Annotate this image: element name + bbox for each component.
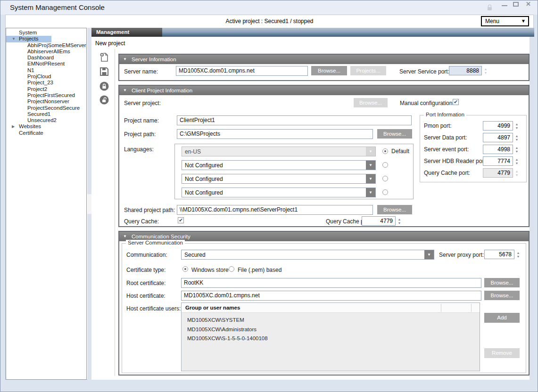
tree-item-system[interactable]: System bbox=[6, 30, 86, 36]
port-spin-arrows[interactable]: ▲▼ bbox=[514, 145, 520, 154]
tree-scrollbar[interactable] bbox=[87, 28, 91, 380]
tab-management[interactable]: Management bbox=[91, 28, 162, 37]
project-name-input[interactable]: ClientProject1 bbox=[177, 115, 412, 125]
language-select[interactable]: Not Configured▼ bbox=[182, 174, 376, 184]
chevron-down-icon[interactable]: ▼ bbox=[366, 188, 375, 197]
certificate-user-row[interactable]: MD1005XCW\Administrators bbox=[187, 327, 257, 332]
section-header-server-information[interactable]: ▼ Server Information bbox=[119, 55, 529, 64]
certificate-user-row[interactable]: MD1005XCW\SYSTEM bbox=[187, 317, 244, 323]
section-header-client-project[interactable]: ▼ Client Project Information bbox=[119, 86, 529, 95]
menu-label: Menu bbox=[485, 18, 499, 24]
file-pem-radio[interactable] bbox=[229, 266, 234, 272]
service-port-spinner[interactable]: 8888 bbox=[449, 66, 482, 75]
unlock-icon[interactable] bbox=[99, 95, 109, 105]
add-user-button[interactable]: Add bbox=[484, 313, 520, 323]
port-spinner[interactable]: 4999 bbox=[483, 121, 513, 131]
project-path-browse-button[interactable]: Browse... bbox=[377, 129, 412, 139]
main-scrollbar[interactable] bbox=[530, 37, 534, 380]
column-divider[interactable] bbox=[471, 304, 472, 312]
windows-store-radio[interactable] bbox=[182, 266, 188, 272]
port-spin-arrows[interactable]: ▲▼ bbox=[514, 133, 520, 142]
tree-item-label: Certificate bbox=[19, 130, 43, 136]
communication-label: Communication: bbox=[126, 252, 167, 258]
shared-project-path-input[interactable]: \\MD1005XC.dom01.cmpns.net\ServerProject… bbox=[177, 205, 373, 215]
tree-item-projcloud[interactable]: ProjCloud bbox=[6, 74, 86, 80]
port-spinner[interactable]: 7774 bbox=[483, 156, 513, 166]
tree-item-emnotpresent[interactable]: EMNotPResent bbox=[6, 61, 86, 67]
port-label: Server HDB Reader port: bbox=[424, 158, 487, 164]
language-default-radio[interactable] bbox=[382, 176, 388, 181]
tree-item-label: Project_23 bbox=[27, 80, 53, 85]
port-spinner[interactable]: 4897 bbox=[483, 133, 513, 142]
language-select[interactable]: Not Configured▼ bbox=[182, 188, 376, 197]
server-proxy-port-spinner[interactable]: 5678 bbox=[484, 250, 514, 259]
tree-item-project_23[interactable]: Project_23 bbox=[6, 80, 86, 86]
certificate-user-row[interactable]: MD1005XCW\S-1-5-5-0-1400108 bbox=[187, 335, 268, 341]
port-label: Server Data port: bbox=[424, 134, 467, 141]
query-cache-checkbox[interactable] bbox=[178, 217, 184, 223]
tree-item-certificate[interactable]: Certificate bbox=[6, 130, 86, 136]
collapse-icon[interactable]: ▼ bbox=[12, 36, 18, 42]
server-name-input[interactable]: MD1005XC.dom01.cmpns.net bbox=[176, 66, 308, 76]
tree-item-secured1[interactable]: Secured1 bbox=[6, 111, 86, 117]
tree-item-projectfirstsecured[interactable]: ProjectFirstSecured bbox=[6, 92, 86, 98]
server-communication-group: Server Communication Communication: Secu… bbox=[122, 243, 526, 373]
users-list-header: Group or user names bbox=[182, 303, 480, 313]
maximize-icon[interactable] bbox=[513, 2, 519, 7]
project-path-input[interactable]: C:\GMSProjects bbox=[177, 129, 373, 139]
tree-item-abhiprojsomeemserver[interactable]: AbhiProjSomeEMServer bbox=[6, 42, 86, 49]
expand-icon[interactable]: ▶ bbox=[12, 123, 18, 130]
tree-item-label: ProjectNonserver bbox=[27, 98, 69, 104]
windows-store-label: Windows store bbox=[191, 267, 229, 273]
language-row: Not Configured▼ bbox=[175, 188, 413, 197]
tree-item-projects[interactable]: ▼Projects bbox=[6, 36, 51, 42]
save-icon[interactable] bbox=[99, 66, 109, 77]
host-certificate-browse-button[interactable]: Browse... bbox=[484, 291, 520, 300]
tree-item-projectnonserver[interactable]: ProjectNonserver bbox=[6, 98, 86, 105]
tree-item-projectsecondsecure[interactable]: ProjectSecondSecure bbox=[6, 105, 86, 111]
tree-item-project2[interactable]: Project2 bbox=[6, 86, 86, 92]
tree-item-label: Projects bbox=[19, 36, 39, 41]
language-select-value: en-US bbox=[185, 148, 201, 155]
query-cache-port-spin-arrows[interactable]: ▲▼ bbox=[397, 216, 402, 226]
tree-item-dashboard[interactable]: Dashboard bbox=[6, 55, 86, 61]
port-spin-arrows[interactable]: ▲▼ bbox=[514, 121, 520, 131]
new-project-label: New project bbox=[95, 40, 125, 47]
query-cache-port-spinner[interactable]: 4779 bbox=[362, 216, 396, 226]
tree-item-abhiserverallems[interactable]: AbhiserverAllEms bbox=[6, 49, 86, 55]
port-spinner[interactable]: 4998 bbox=[483, 145, 513, 154]
root-certificate-input[interactable]: RootKK bbox=[181, 278, 481, 288]
close-icon[interactable]: ✕ bbox=[526, 0, 531, 8]
shared-path-browse-button[interactable]: Browse... bbox=[377, 205, 412, 214]
tree-item-websites[interactable]: ▶Websites bbox=[6, 123, 86, 130]
communication-select[interactable]: Secured ▼ bbox=[181, 250, 434, 260]
menu-dropdown[interactable]: Menu ▼ bbox=[481, 16, 529, 26]
language-select[interactable]: Not Configured▼ bbox=[182, 160, 376, 170]
column-divider[interactable] bbox=[441, 304, 441, 312]
server-project-browse-button: Browse... bbox=[354, 98, 388, 107]
server-proxy-port-spin-arrows[interactable]: ▲▼ bbox=[515, 250, 521, 259]
server-browse-button[interactable]: Browse... bbox=[311, 66, 347, 75]
new-project-icon[interactable] bbox=[99, 52, 109, 62]
language-default-radio[interactable] bbox=[382, 148, 388, 154]
language-default-radio[interactable] bbox=[382, 189, 388, 195]
host-certificate-input[interactable]: MD1005XC.dom01.cmpns.net bbox=[181, 291, 481, 301]
tree-item-label: Websites bbox=[19, 123, 41, 129]
manual-configuration-checkbox[interactable] bbox=[453, 99, 459, 105]
chevron-down-icon[interactable]: ▼ bbox=[366, 174, 375, 183]
tree-item-unsecured2[interactable]: Unsecured2 bbox=[6, 117, 86, 123]
lock-icon[interactable] bbox=[99, 81, 109, 91]
port-spin-arrows[interactable]: ▲▼ bbox=[514, 156, 520, 166]
tree-item-n1[interactable]: N1 bbox=[6, 67, 86, 74]
chevron-down-icon[interactable]: ▼ bbox=[424, 250, 434, 259]
chevron-down-icon[interactable]: ▼ bbox=[366, 161, 375, 170]
tree-scrollbar-thumb[interactable] bbox=[87, 194, 91, 214]
server-projects-button: Projects... bbox=[350, 66, 386, 75]
section-server-information: ▼ Server Information Server name: MD1005… bbox=[118, 54, 530, 81]
certificate-users-list[interactable]: Group or user names MD1005XCW\SYSTEMMD10… bbox=[181, 302, 480, 371]
tree-item-label: N1 bbox=[27, 67, 34, 73]
minimize-icon[interactable] bbox=[502, 5, 507, 6]
root-certificate-browse-button[interactable]: Browse... bbox=[484, 278, 520, 287]
window-title: System Management Console bbox=[10, 3, 105, 11]
language-default-radio[interactable] bbox=[382, 162, 388, 168]
